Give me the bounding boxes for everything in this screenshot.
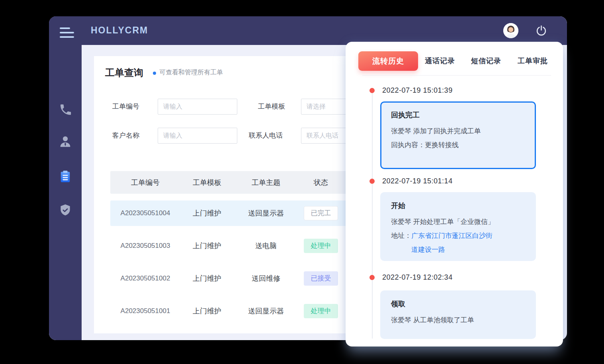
status-badge: 处理中	[304, 304, 338, 318]
sidebar-item-contacts[interactable]	[57, 134, 74, 151]
page-title: 工单查询	[105, 66, 143, 79]
shield-check-icon	[59, 203, 72, 218]
contact-icon	[58, 134, 72, 150]
timeline-dot-icon	[369, 88, 375, 93]
sidebar-item-calls[interactable]	[57, 102, 74, 119]
timeline-dot-icon	[369, 179, 375, 184]
tab-sms-records[interactable]: 短信记录	[471, 51, 501, 71]
customer-input[interactable]	[158, 128, 237, 144]
topbar: HOLLYCRM	[49, 16, 567, 45]
user-avatar[interactable]	[503, 23, 518, 38]
address-link[interactable]: 广东省江门市蓬江区白沙街道建设一路	[411, 229, 496, 257]
customer-label: 客户名称	[112, 128, 139, 144]
timeline-card-title: 回执完工	[391, 110, 525, 120]
workorder-clipboard-icon	[58, 169, 72, 185]
menu-icon[interactable]	[60, 27, 74, 38]
timeline-card-title: 领取	[391, 299, 525, 309]
table-row[interactable]: A202305051001 上门维护 送回显示器 处理中	[110, 298, 365, 324]
phone-icon	[59, 103, 72, 118]
header-subject: 工单主题	[234, 178, 298, 187]
table-row[interactable]: A202305051003 上门维护 送电脑 处理中	[110, 233, 365, 259]
timeline-card-title: 开始	[391, 201, 525, 210]
status-badge: 已接受	[304, 271, 338, 286]
timeline-timestamp: 2022-07-19 15:01:14	[382, 177, 453, 185]
timeline-line	[372, 92, 373, 339]
sidebar-item-workorders-active[interactable]	[57, 169, 74, 186]
table-row[interactable]: A202305051002 上门维护 送回维修 已接受	[110, 266, 365, 291]
timeline-timestamp: 2022-07-19 15:01:39	[382, 86, 453, 95]
workorder-table: 工单编号 工单模板 工单主题 状态 A202305051004 上门维护 送回显…	[110, 171, 365, 331]
workorder-detail-panel: 流转历史 通话记录 短信记录 工单审批 2022-07-19 15:01:39 …	[346, 42, 563, 346]
subtitle-dot-icon	[153, 72, 156, 75]
order-no-input[interactable]	[158, 99, 237, 115]
tab-call-records[interactable]: 通话记录	[425, 51, 455, 71]
phone-label: 联系人电话	[249, 128, 283, 144]
sidebar	[49, 16, 82, 340]
header-template: 工单模板	[180, 178, 234, 187]
table-row[interactable]: A202305051004 上门维护 送回显示器 已完工	[110, 200, 365, 226]
tab-flow-history[interactable]: 流转历史	[358, 51, 418, 71]
sidebar-item-security[interactable]	[57, 202, 74, 219]
timeline-dot-icon	[369, 275, 375, 280]
header-status: 状态	[298, 178, 344, 187]
timeline-card-started: 开始 张爱琴 开始处理工单「企业微信」 地址： 广东省江门市蓬江区白沙街道建设一…	[380, 192, 536, 261]
table-header: 工单编号 工单模板 工单主题 状态	[110, 171, 365, 194]
status-badge: 处理中	[304, 239, 338, 253]
brand-logo: HOLLYCRM	[91, 25, 148, 36]
status-badge: 已完工	[304, 206, 338, 220]
tab-divider	[362, 75, 551, 76]
power-icon[interactable]	[535, 25, 547, 37]
timeline-card-claimed: 领取 张爱琴 从工单池领取了工单	[380, 290, 536, 339]
address-label: 地址：	[391, 229, 411, 257]
header-order-no: 工单编号	[110, 178, 180, 187]
timeline-card-completed: 回执完工 张爱琴 添加了回执并完成工单 回执内容：更换转接线	[380, 101, 536, 169]
tab-approval[interactable]: 工单审批	[518, 51, 548, 71]
page-subtitle: 可查看和管理所有工单	[159, 68, 223, 77]
template-label: 工单模板	[258, 99, 285, 115]
order-no-label: 工单编号	[112, 99, 139, 115]
timeline-timestamp: 2022-07-19 12:02:34	[382, 273, 453, 282]
screenshot-canvas: HOLLYCRM 工单查询 可查看和管理所有工单 工单编	[0, 0, 604, 364]
